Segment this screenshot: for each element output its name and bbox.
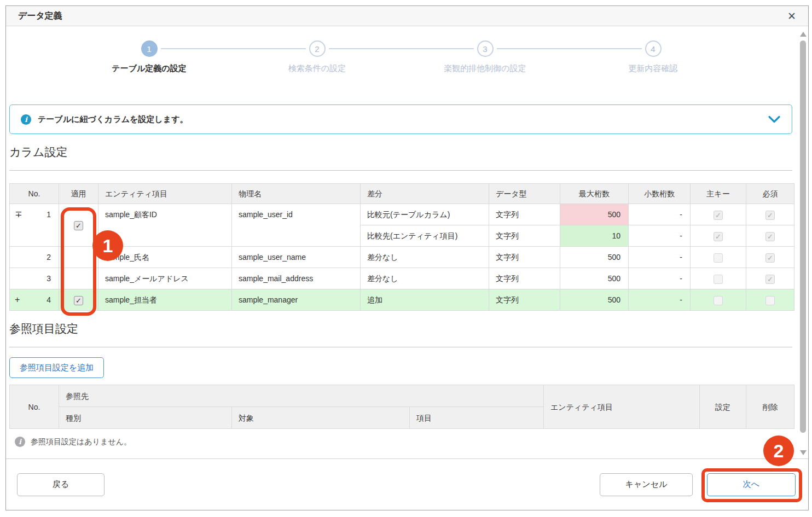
cell-decimal-digits: - — [629, 289, 691, 311]
cell-diff: 追加 — [361, 289, 489, 311]
reference-settings-heading: 参照項目設定 — [9, 321, 792, 347]
cell-entity: sample_メールアドレス — [98, 268, 232, 289]
ref-col-header-ref-group: 参照先 — [59, 385, 544, 407]
stepper-label: 検索条件の設定 — [233, 62, 401, 74]
ref-col-header-no: No. — [10, 385, 59, 429]
cancel-button[interactable]: キャンセル — [600, 473, 693, 496]
ref-col-header-config: 設定 — [700, 385, 746, 429]
cell-data-type: 文字列 — [489, 225, 560, 247]
column-header-5: データ型 — [489, 184, 560, 204]
cell-physical-name: sample_manager — [232, 289, 361, 311]
checkbox — [765, 296, 775, 305]
ref-col-header-entity: エンティティ項目 — [544, 385, 700, 429]
cell-physical-name: sample_user_id — [232, 204, 361, 247]
column-row-3: 3sample_メールアドレスsample_mail_address差分なし文字… — [10, 268, 794, 289]
stepper-connector — [497, 48, 570, 49]
cell-decimal-digits: - — [629, 204, 691, 225]
stepper-label: 楽観的排他制御の設定 — [401, 62, 569, 74]
cell-max-digits: 10 — [560, 225, 629, 247]
checkbox — [714, 275, 723, 284]
checkbox: ✓ — [714, 232, 723, 241]
ref-col-header-item: 項目 — [410, 407, 544, 429]
info-icon: i — [21, 114, 31, 125]
cell-primary-key: ✓ — [691, 204, 746, 225]
dialog-body: 1テーブル定義の設定2検索条件の設定3楽観的排他制御の設定4更新内容確認 i テ… — [7, 27, 808, 458]
checkbox: ✓ — [765, 253, 775, 263]
column-row-4: 4+✓sample_担当者sample_manager追加文字列500- — [10, 289, 794, 311]
annotation-step-badge-1: 1 — [92, 230, 123, 261]
annotation-step-badge-2: 2 — [763, 435, 794, 466]
stepper-step-4: 4更新内容確認 — [569, 40, 737, 74]
add-reference-button[interactable]: 参照項目設定を追加 — [9, 357, 104, 378]
close-icon[interactable]: ✕ — [787, 11, 796, 21]
scrollbar-thumb[interactable] — [800, 40, 806, 433]
stepper-circle-2: 2 — [309, 40, 326, 57]
column-settings-heading: カラム設定 — [9, 144, 792, 171]
collapse-row-icon[interactable]: ∓ — [15, 209, 22, 220]
scroll-down-arrow-icon[interactable] — [800, 450, 807, 455]
cell-physical-name: sample_user_name — [232, 247, 361, 268]
column-row-2: 2sample_氏名sample_user_name差分なし文字列500-✓ — [10, 247, 794, 268]
cell-required: ✓ — [746, 204, 794, 225]
cell-decimal-digits: - — [629, 247, 691, 268]
checkbox: ✓ — [765, 232, 775, 241]
cell-data-type: 文字列 — [489, 204, 560, 225]
info-banner[interactable]: i テーブルに紐づくカラムを設定します。 — [9, 104, 792, 134]
cell-data-type: 文字列 — [489, 268, 560, 289]
scroll-up-arrow-icon[interactable] — [800, 32, 807, 37]
column-header-1: 適用 — [59, 184, 98, 204]
column-header-9: 必須 — [746, 184, 794, 204]
cell-primary-key — [691, 268, 746, 289]
stepper-connector — [233, 48, 306, 49]
column-header-0: No. — [10, 184, 59, 204]
reference-empty-message: 参照項目設定はありません。 — [31, 437, 131, 447]
stepper-connector — [161, 48, 234, 49]
cell-primary-key — [691, 289, 746, 311]
cell-no: 4+ — [10, 289, 59, 311]
cell-diff: 比較先(エンティティ項目) — [361, 225, 489, 247]
cell-data-type: 文字列 — [489, 289, 560, 311]
chevron-down-icon[interactable] — [768, 115, 781, 124]
annotation-rect-next-button — [701, 468, 802, 502]
cell-entity: sample_担当者 — [98, 289, 232, 311]
column-header-3: 物理名 — [232, 184, 361, 204]
ref-col-header-delete: 削除 — [746, 385, 794, 429]
cell-no: 3 — [10, 268, 59, 289]
info-icon: i — [15, 437, 25, 447]
cell-required: ✓ — [746, 268, 794, 289]
column-header-8: 主キー — [691, 184, 746, 204]
stepper-label: テーブル定義の設定 — [65, 62, 233, 74]
stepper-step-2: 2検索条件の設定 — [233, 40, 401, 74]
cell-max-digits: 500 — [560, 204, 629, 225]
stepper-circle-1: 1 — [141, 40, 158, 57]
checkbox: ✓ — [714, 211, 723, 220]
dialog-title: データ定義 — [18, 10, 787, 22]
back-button[interactable]: 戻る — [17, 473, 105, 496]
stepper-connector — [401, 48, 474, 49]
checkbox — [714, 253, 723, 263]
checkbox: ✓ — [765, 275, 775, 284]
reference-empty-state: i 参照項目設定はありません。 — [9, 429, 792, 455]
scrollbar[interactable] — [799, 28, 808, 458]
stepper-connector — [569, 48, 642, 49]
expand-row-icon[interactable]: + — [15, 294, 20, 305]
cell-data-type: 文字列 — [489, 247, 560, 268]
column-header-4: 差分 — [361, 184, 489, 204]
stepper: 1テーブル定義の設定2検索条件の設定3楽観的排他制御の設定4更新内容確認 — [65, 27, 737, 74]
cell-required — [746, 289, 794, 311]
cell-primary-key — [691, 247, 746, 268]
ref-col-header-kind: 種別 — [59, 407, 232, 429]
cell-no: 2 — [10, 247, 59, 268]
cell-no: 1∓ — [10, 204, 59, 247]
cell-max-digits: 500 — [560, 289, 629, 311]
column-header-7: 小数桁数 — [629, 184, 691, 204]
cell-diff: 比較元(テーブルカラム) — [361, 204, 489, 225]
cell-max-digits: 500 — [560, 268, 629, 289]
stepper-circle-4: 4 — [645, 40, 662, 57]
column-header-2: エンティティ項目 — [98, 184, 232, 204]
stepper-step-1: 1テーブル定義の設定 — [65, 40, 233, 74]
dialog-footer: 戻る キャンセル 次へ — [6, 458, 808, 510]
ref-header-row-group: No. 参照先 エンティティ項目 設定 削除 — [10, 385, 794, 407]
cell-max-digits: 500 — [560, 247, 629, 268]
dialog-header: データ定義 ✕ — [6, 6, 808, 26]
